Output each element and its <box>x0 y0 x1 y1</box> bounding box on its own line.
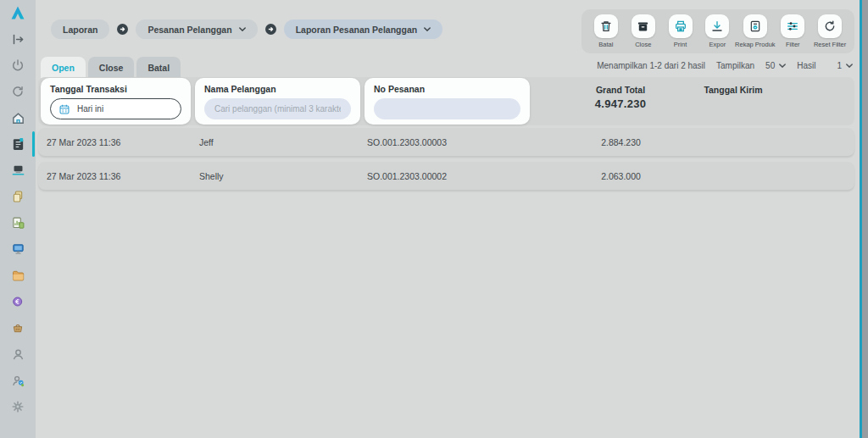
sidebar <box>0 0 36 438</box>
column-header-no-pesanan: No Pesanan <box>374 84 520 94</box>
printer-icon <box>669 14 693 38</box>
grand-total-header: Grand Total 4.947.230 <box>557 85 684 110</box>
tool-label: Close <box>635 41 651 48</box>
column-header-nama-pelanggan: Nama Pelanggan <box>204 84 351 94</box>
grand-total-sum: 4.947.230 <box>557 97 684 110</box>
chevron-down-icon <box>424 27 431 31</box>
tanggal-kirim-header: Tanggal Kirim <box>670 85 797 95</box>
filter-card-tanggal-transaksi: Tanggal Transaksi Hari ini <box>41 78 191 125</box>
app-logo <box>0 5 36 20</box>
monitor-icon[interactable] <box>0 241 36 257</box>
tool-label: Batal <box>598 41 613 48</box>
tool-label: Rekap Produk <box>735 41 776 48</box>
right-edge-strip <box>862 0 868 438</box>
trash-icon <box>594 14 618 38</box>
pagination-summary: Menampilkan 1-2 dari 2 hasil <box>597 61 705 70</box>
breadcrumb-label: Laporan <box>63 25 97 35</box>
home-icon[interactable] <box>0 110 36 125</box>
sliders-icon <box>781 14 804 38</box>
folder-icon[interactable] <box>0 268 36 283</box>
cell-customer: Shelly <box>199 171 367 181</box>
cell-order-no: SO.001.2303.00003 <box>367 137 542 147</box>
logout-icon[interactable] <box>0 31 36 47</box>
date-filter-input[interactable]: Hari ini <box>50 98 181 119</box>
filter-button[interactable]: Filter <box>774 14 811 53</box>
page-size-value: 50 <box>765 61 775 70</box>
action-toolbar: Batal Close Print Expor Rekap Produk Fil… <box>581 9 854 53</box>
customer-icon[interactable] <box>0 347 36 362</box>
tab-open[interactable]: Open <box>41 57 86 78</box>
cashier-icon[interactable] <box>0 163 36 178</box>
download-icon <box>705 14 729 38</box>
sidebar-active-indicator <box>32 131 35 157</box>
rekap-produk-button[interactable]: Rekap Produk <box>736 14 774 53</box>
print-button[interactable]: Print <box>662 14 699 53</box>
breadcrumb: Laporan Pesanan Pelanggan Laporan Pesana… <box>51 19 442 39</box>
settings-icon[interactable] <box>0 399 36 414</box>
report-icon[interactable] <box>0 136 36 152</box>
page-select[interactable]: 1 <box>837 61 853 70</box>
employee-icon[interactable] <box>0 373 36 388</box>
page-size-label: Tampilkan <box>716 61 754 70</box>
cell-order-no: SO.001.2303.00002 <box>367 171 542 181</box>
order-number-input[interactable] <box>374 98 520 119</box>
calendar-icon <box>58 103 70 115</box>
filter-card-nama-pelanggan: Nama Pelanggan <box>195 78 360 125</box>
cell-grand-total: 2.884.230 <box>542 137 699 147</box>
tool-label: Reset Filter <box>814 41 846 48</box>
expor-button[interactable]: Expor <box>698 14 736 53</box>
reset-filter-button[interactable]: Reset Filter <box>811 14 849 53</box>
cell-date: 27 Mar 2023 11:36 <box>47 171 199 181</box>
breadcrumb-arrow-icon <box>265 24 276 35</box>
page-size-select[interactable]: 50 <box>765 61 786 70</box>
breadcrumb-laporan[interactable]: Laporan <box>51 19 109 39</box>
column-header-tanggal-kirim: Tanggal Kirim <box>670 85 797 95</box>
close-button[interactable]: Close <box>625 14 662 53</box>
breadcrumb-label: Laporan Pesanan Pelanggan <box>296 25 418 35</box>
page-value: 1 <box>837 61 842 70</box>
tool-label: Expor <box>709 41 726 48</box>
column-header-tanggal-transaksi: Tanggal Transaksi <box>50 84 181 94</box>
refresh-icon[interactable] <box>0 84 36 99</box>
batal-button[interactable]: Batal <box>587 14 625 53</box>
table-header: Tanggal Transaksi Hari ini Nama Pelangga… <box>38 77 854 125</box>
cell-grand-total: 2.063.000 <box>542 171 699 181</box>
finance-icon[interactable] <box>0 294 36 309</box>
basket-icon[interactable] <box>0 320 36 335</box>
filter-card-no-pesanan: No Pesanan <box>364 78 530 125</box>
reset-icon <box>818 14 842 38</box>
tab-close[interactable]: Close <box>88 57 135 78</box>
tool-label: Filter <box>786 41 800 48</box>
customer-search-input[interactable] <box>204 98 351 119</box>
tab-batal[interactable]: Batal <box>136 57 181 78</box>
table-row[interactable]: 27 Mar 2023 11:36 Shelly SO.001.2303.000… <box>38 162 854 190</box>
pagination: Menampilkan 1-2 dari 2 hasil Tampilkan 5… <box>597 61 853 70</box>
status-tabs: Open Close Batal <box>41 57 181 78</box>
breadcrumb-pesanan-pelanggan-dropdown[interactable]: Pesanan Pelanggan <box>136 19 257 39</box>
page-label: Hasil <box>797 61 815 70</box>
archive-icon <box>632 14 655 38</box>
table-row[interactable]: 27 Mar 2023 11:36 Jeff SO.001.2303.00003… <box>38 128 854 156</box>
breadcrumb-laporan-pesanan-pelanggan-dropdown[interactable]: Laporan Pesanan Pelanggan <box>284 19 443 39</box>
column-header-grand-total: Grand Total <box>557 85 684 95</box>
date-filter-value: Hari ini <box>77 104 103 114</box>
sales-report-icon[interactable] <box>0 215 36 230</box>
cell-date: 27 Mar 2023 11:36 <box>47 137 199 147</box>
chevron-down-icon <box>779 64 786 68</box>
tool-label: Print <box>674 41 687 48</box>
cell-customer: Jeff <box>199 137 367 147</box>
document-check-icon <box>743 14 767 38</box>
power-icon[interactable] <box>0 58 36 73</box>
breadcrumb-arrow-icon <box>117 24 128 35</box>
chevron-down-icon <box>846 64 853 68</box>
chevron-down-icon <box>239 27 246 31</box>
copy-icon[interactable] <box>0 189 36 204</box>
breadcrumb-label: Pesanan Pelanggan <box>147 25 231 35</box>
